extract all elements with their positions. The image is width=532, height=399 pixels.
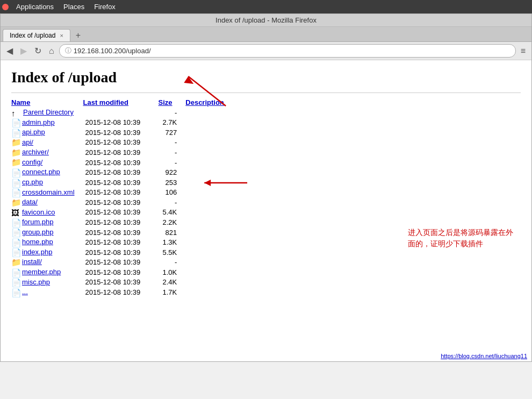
table-row: 📄group.php2015-12-08 10:39821 bbox=[11, 227, 233, 238]
file-description-cell bbox=[185, 267, 233, 277]
file-modified-cell: 2015-12-08 10:39 bbox=[83, 287, 159, 297]
divider-top bbox=[11, 92, 521, 93]
file-link[interactable]: cp.php bbox=[22, 178, 43, 186]
file-link[interactable]: group.php bbox=[22, 228, 54, 236]
folder-icon: 📁 bbox=[11, 148, 21, 157]
file-modified-cell: 2015-12-08 10:39 bbox=[83, 257, 159, 267]
file-size-cell: 1.7K bbox=[159, 287, 186, 297]
menu-applications[interactable]: Applications bbox=[12, 2, 58, 12]
file-link[interactable]: ... bbox=[22, 288, 28, 296]
file-size-cell: 922 bbox=[159, 167, 186, 177]
file-link[interactable]: misc.php bbox=[22, 278, 50, 286]
tab-close-button[interactable]: × bbox=[60, 32, 63, 39]
file-name-cell: 📄crossdomain.xml bbox=[11, 188, 83, 198]
col-modified-link[interactable]: Last modified bbox=[83, 98, 129, 106]
col-description-link[interactable]: Description bbox=[185, 98, 224, 106]
file-modified-cell: 2015-12-08 10:39 bbox=[83, 147, 159, 158]
table-row: 📄crossdomain.xml2015-12-08 10:39106 bbox=[11, 188, 233, 198]
file-link[interactable]: member.php bbox=[22, 268, 61, 276]
file-modified-cell: 2015-12-08 10:39 bbox=[83, 188, 159, 198]
folder-icon: 📁 bbox=[11, 158, 21, 167]
file-icon: 📄 bbox=[11, 238, 21, 247]
file-name-cell: 📄misc.php bbox=[11, 277, 83, 288]
nav-bar: ◀ ▶ ↻ ⌂ ⓘ 192.168.100.200/upload/ ≡ bbox=[1, 42, 531, 60]
file-name-cell: 📁api/ bbox=[11, 138, 83, 148]
file-name-cell: 🖼favicon.ico bbox=[11, 208, 83, 218]
menu-places[interactable]: Places bbox=[59, 2, 89, 12]
col-modified: Last modified bbox=[83, 97, 159, 108]
file-link[interactable]: install/ bbox=[22, 258, 42, 266]
file-size-cell: - bbox=[159, 257, 186, 267]
table-row: 📄connect.php2015-12-08 10:39922 bbox=[11, 167, 233, 177]
address-bar[interactable]: ⓘ 192.168.100.200/upload/ bbox=[59, 44, 516, 58]
file-name-cell: 📄forum.php bbox=[11, 217, 83, 227]
ssl-icon: ⓘ bbox=[65, 46, 71, 55]
file-size-cell: 727 bbox=[159, 127, 186, 138]
file-modified-cell: 2015-12-08 10:39 bbox=[83, 277, 159, 288]
reload-button[interactable]: ↻ bbox=[32, 45, 44, 57]
forward-button[interactable]: ▶ bbox=[18, 45, 30, 57]
file-modified-cell: 2015-12-08 10:39 bbox=[83, 118, 159, 128]
file-name-cell: 📁archiver/ bbox=[11, 147, 83, 158]
file-name-cell: 📄member.php bbox=[11, 267, 83, 277]
file-link[interactable]: home.php bbox=[22, 238, 53, 246]
file-link[interactable]: index.php bbox=[22, 248, 52, 256]
file-size-cell: - bbox=[159, 147, 186, 158]
file-modified-cell: 2015-12-08 10:39 bbox=[83, 208, 159, 218]
file-modified-cell: 2015-12-08 10:39 bbox=[83, 247, 159, 258]
file-modified-cell bbox=[83, 108, 159, 118]
menu-firefox[interactable]: Firefox bbox=[90, 2, 120, 12]
file-icon: 📄 bbox=[11, 129, 21, 137]
file-link[interactable]: Parent Directory bbox=[23, 108, 74, 116]
col-size-link[interactable]: Size bbox=[159, 98, 172, 106]
file-link[interactable]: archiver/ bbox=[22, 148, 49, 156]
file-description-cell bbox=[185, 208, 233, 218]
file-size-cell: 821 bbox=[159, 227, 186, 238]
new-tab-button[interactable]: + bbox=[73, 31, 84, 40]
file-name-cell: 📄admin.php bbox=[11, 118, 83, 128]
active-tab[interactable]: Index of /upload × bbox=[3, 29, 70, 41]
file-link[interactable]: api.php bbox=[22, 128, 45, 136]
image-icon: 🖼 bbox=[11, 208, 21, 217]
file-modified-cell: 2015-12-08 10:39 bbox=[83, 217, 159, 227]
watermark: https://blog.csdn.net/liuchuang11 bbox=[441, 353, 527, 359]
file-link[interactable]: data/ bbox=[22, 198, 38, 206]
file-modified-cell: 2015-12-08 10:39 bbox=[83, 197, 159, 208]
file-modified-cell: 2015-12-08 10:39 bbox=[83, 158, 159, 168]
file-name-cell: 📄index.php bbox=[11, 247, 83, 258]
file-link[interactable]: favicon.ico bbox=[22, 208, 55, 216]
window-dot bbox=[2, 4, 9, 10]
file-table: Name Last modified Size Description ↑Par… bbox=[11, 97, 233, 297]
file-link[interactable]: admin.php bbox=[22, 118, 55, 126]
table-row: 📄index.php2015-12-08 10:395.5K bbox=[11, 247, 233, 258]
file-icon: 📄 bbox=[11, 228, 21, 237]
browser-window: Index of /upload - Mozilla Firefox Index… bbox=[0, 13, 532, 362]
file-link[interactable]: config/ bbox=[22, 158, 42, 166]
table-header-row: Name Last modified Size Description bbox=[11, 97, 233, 108]
col-name-link[interactable]: Name bbox=[11, 98, 30, 106]
file-link[interactable]: api/ bbox=[22, 138, 33, 146]
file-modified-cell: 2015-12-08 10:39 bbox=[83, 167, 159, 177]
col-description: Description bbox=[185, 97, 233, 108]
title-bar: Index of /upload - Mozilla Firefox bbox=[1, 14, 531, 27]
file-modified-cell: 2015-12-08 10:39 bbox=[83, 138, 159, 148]
page-title: Index of /upload bbox=[11, 69, 521, 86]
back-button[interactable]: ◀ bbox=[4, 45, 16, 57]
file-size-cell: 2.7K bbox=[159, 118, 186, 128]
file-modified-cell: 2015-12-08 10:39 bbox=[83, 227, 159, 238]
file-link[interactable]: forum.php bbox=[22, 218, 54, 226]
file-name-cell: 📁data/ bbox=[11, 197, 83, 208]
file-size-cell: 2.4K bbox=[159, 277, 186, 288]
file-name-cell: 📄group.php bbox=[11, 227, 83, 238]
file-modified-cell: 2015-12-08 10:39 bbox=[83, 177, 159, 188]
menu-button[interactable]: ≡ bbox=[518, 45, 528, 57]
table-row: 📁install/2015-12-08 10:39- bbox=[11, 257, 233, 267]
table-row: 📁data/2015-12-08 10:39- bbox=[11, 197, 233, 208]
home-button[interactable]: ⌂ bbox=[46, 45, 57, 57]
file-size-cell: 2.2K bbox=[159, 217, 186, 227]
file-description-cell bbox=[185, 138, 233, 148]
file-link[interactable]: connect.php bbox=[22, 168, 60, 176]
file-icon: 📄 bbox=[11, 278, 21, 287]
parent-icon: ↑ bbox=[11, 109, 22, 117]
file-link[interactable]: crossdomain.xml bbox=[22, 188, 75, 196]
